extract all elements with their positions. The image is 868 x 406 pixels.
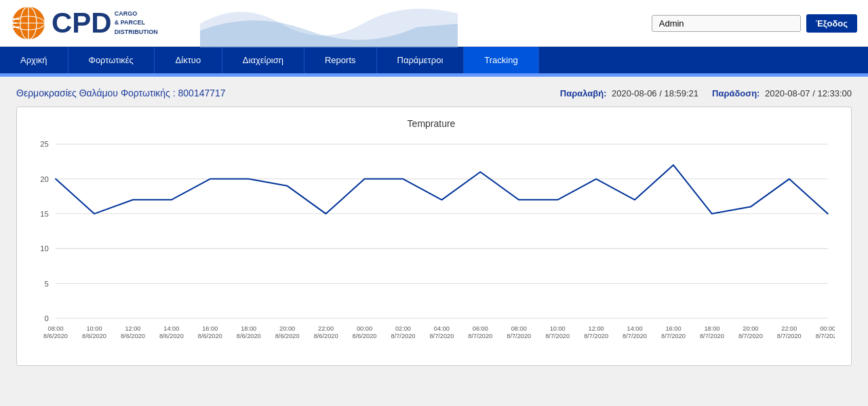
svg-text:8/7/2020: 8/7/2020: [429, 333, 454, 339]
header: CPD CARGO & PARCEL DISTRIBUTION Έξοδος: [0, 0, 868, 47]
svg-text:18:00: 18:00: [704, 325, 719, 332]
nav-item-tracking[interactable]: Tracking: [464, 47, 538, 73]
svg-text:8/6/2020: 8/6/2020: [82, 333, 106, 339]
svg-text:08:00: 08:00: [48, 325, 64, 332]
svg-text:8/7/2020: 8/7/2020: [816, 333, 835, 339]
svg-text:08:00: 08:00: [511, 325, 527, 332]
nav-item-diaxeirisi[interactable]: Διαχείριση: [222, 47, 304, 73]
svg-text:00:00: 00:00: [820, 325, 835, 332]
svg-text:8/6/2020: 8/6/2020: [43, 333, 68, 339]
svg-text:10: 10: [40, 244, 49, 253]
svg-text:16:00: 16:00: [202, 325, 218, 332]
svg-text:8/6/2020: 8/6/2020: [121, 333, 145, 339]
svg-text:16:00: 16:00: [665, 325, 681, 332]
svg-text:8/7/2020: 8/7/2020: [777, 333, 802, 339]
logout-button[interactable]: Έξοδος: [806, 14, 857, 33]
svg-text:22:00: 22:00: [781, 325, 797, 332]
svg-text:15: 15: [40, 210, 49, 218]
page-header: Θερμοκρασίες Θαλάμου Φορτωτικής : 800147…: [16, 88, 852, 98]
svg-text:12:00: 12:00: [589, 325, 604, 332]
receive-info: Παραλαβή: 2020-08-06 / 18:59:21: [560, 88, 698, 98]
temperature-chart: 0 5 10 15 20 25 08:00 8/6/2020 10:00: [28, 137, 835, 346]
svg-text:22:00: 22:00: [318, 325, 334, 332]
nav-item-parametroi[interactable]: Παράμετροι: [377, 47, 465, 73]
svg-text:8/6/2020: 8/6/2020: [353, 333, 377, 339]
header-right: Έξοδος: [652, 14, 857, 33]
nav-item-fortotikes[interactable]: Φορτωτικές: [68, 47, 155, 73]
svg-text:8/6/2020: 8/6/2020: [275, 333, 300, 339]
nav-item-archiki[interactable]: Αρχική: [0, 47, 68, 73]
page-dates: Παραλαβή: 2020-08-06 / 18:59:21 Παράδοση…: [560, 88, 852, 98]
nav-bar: Αρχική Φορτωτικές Δίκτυο Διαχείριση Repo…: [0, 47, 868, 73]
chart-area: 0 5 10 15 20 25 08:00 8/6/2020 10:00: [28, 137, 835, 354]
svg-text:8/7/2020: 8/7/2020: [507, 333, 531, 339]
svg-text:04:00: 04:00: [434, 325, 450, 332]
svg-text:8/6/2020: 8/6/2020: [314, 333, 338, 339]
svg-text:18:00: 18:00: [241, 325, 256, 332]
svg-text:8/6/2020: 8/6/2020: [159, 333, 184, 339]
svg-text:8/7/2020: 8/7/2020: [661, 333, 686, 339]
svg-text:00:00: 00:00: [357, 325, 372, 332]
nav-item-diktyo[interactable]: Δίκτυο: [155, 47, 222, 73]
svg-text:20:00: 20:00: [279, 325, 295, 332]
svg-text:12:00: 12:00: [125, 325, 140, 332]
svg-text:06:00: 06:00: [473, 325, 488, 332]
svg-text:8/7/2020: 8/7/2020: [738, 333, 763, 339]
logo-cpd-text: CPD CARGO & PARCEL DISTRIBUTION: [52, 9, 158, 37]
svg-text:8/7/2020: 8/7/2020: [468, 333, 492, 339]
main-content: Θερμοκρασίες Θαλάμου Φορτωτικής : 800147…: [0, 77, 868, 377]
chart-container: Temprature 0 5 10 15 20: [16, 107, 852, 366]
deliver-info: Παράδοση: 2020-08-07 / 12:33:00: [712, 88, 852, 98]
svg-text:25: 25: [40, 140, 49, 148]
logo-area: CPD CARGO & PARCEL DISTRIBUTION: [11, 5, 158, 41]
svg-text:8/7/2020: 8/7/2020: [584, 333, 608, 339]
svg-text:5: 5: [45, 280, 49, 288]
svg-text:8/6/2020: 8/6/2020: [198, 333, 222, 339]
chart-title: Temprature: [28, 118, 835, 129]
svg-text:20:00: 20:00: [743, 325, 758, 332]
header-wave-decoration: [200, 0, 458, 48]
svg-text:8/7/2020: 8/7/2020: [700, 333, 724, 339]
svg-text:14:00: 14:00: [627, 325, 643, 332]
svg-text:8/7/2020: 8/7/2020: [545, 333, 570, 339]
nav-item-reports[interactable]: Reports: [304, 47, 377, 73]
svg-text:8/7/2020: 8/7/2020: [623, 333, 647, 339]
logo-globe-icon: [11, 5, 46, 41]
svg-text:10:00: 10:00: [550, 325, 566, 332]
admin-input[interactable]: [652, 15, 801, 32]
svg-text:8/7/2020: 8/7/2020: [391, 333, 416, 339]
svg-text:0: 0: [45, 314, 49, 322]
svg-text:20: 20: [40, 175, 49, 183]
svg-text:8/6/2020: 8/6/2020: [237, 333, 261, 339]
svg-text:14:00: 14:00: [163, 325, 179, 332]
svg-text:10:00: 10:00: [86, 325, 102, 332]
svg-text:02:00: 02:00: [395, 325, 411, 332]
page-title: Θερμοκρασίες Θαλάμου Φορτωτικής : 800147…: [16, 88, 226, 98]
